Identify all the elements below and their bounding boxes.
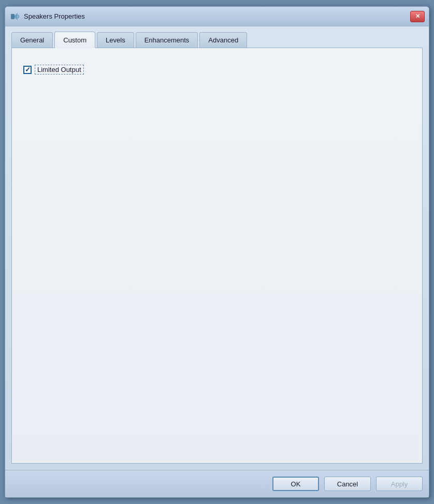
ok-button[interactable]: OK [272,477,319,491]
limited-output-checkbox-wrapper[interactable] [23,66,32,74]
svg-marker-1 [15,13,18,20]
window-title: Speakers Properties [24,12,410,20]
speakers-properties-window: Speakers Properties ✕ General Custom Lev… [5,6,429,498]
cancel-button[interactable]: Cancel [324,477,371,491]
limited-output-label[interactable]: Limited Output [35,65,84,75]
bottom-buttons: OK Cancel Apply [5,470,429,497]
svg-rect-0 [11,14,15,19]
title-bar: Speakers Properties ✕ [5,7,429,26]
tab-panel-custom: Limited Output [11,48,423,464]
content-area: General Custom Levels Enhancements Advan… [5,26,429,470]
limited-output-checkbox[interactable] [23,66,32,74]
tab-general[interactable]: General [11,32,53,48]
tab-advanced[interactable]: Advanced [199,32,247,48]
apply-button[interactable]: Apply [376,477,423,491]
limited-output-container: Limited Output [22,64,412,76]
window-icon [9,11,20,22]
close-button[interactable]: ✕ [410,11,425,22]
tabs-row: General Custom Levels Enhancements Advan… [11,32,423,48]
tab-enhancements[interactable]: Enhancements [136,32,198,48]
tab-levels[interactable]: Levels [97,32,134,48]
tab-custom[interactable]: Custom [54,32,95,48]
